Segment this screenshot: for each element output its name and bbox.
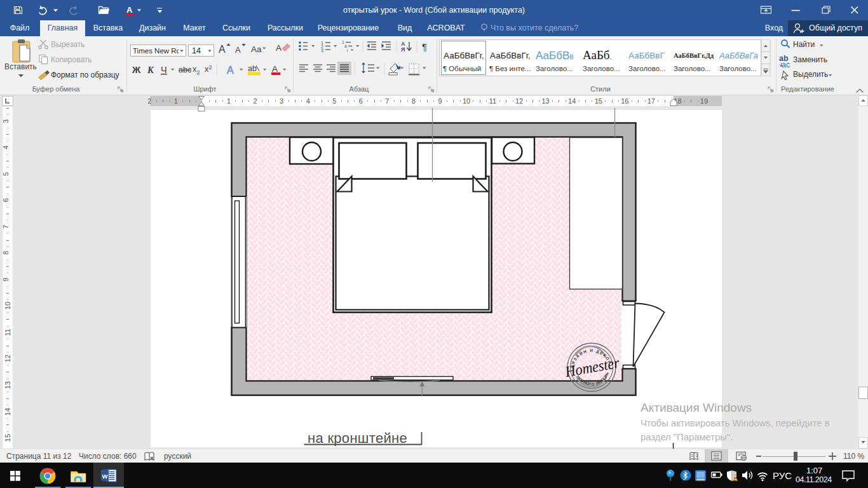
svg-text:¶ Обычный: ¶ Обычный: [443, 65, 481, 72]
svg-text:А: А: [401, 41, 405, 47]
svg-text:A: A: [126, 5, 133, 15]
svg-text:Заголово...: Заголово...: [628, 65, 666, 72]
svg-text:А: А: [227, 65, 234, 76]
svg-text:АаБбВв: АаБбВв: [536, 50, 574, 62]
svg-text:A: A: [276, 43, 281, 53]
svg-text:АаБб.: АаБб.: [583, 48, 611, 62]
svg-text:¶ Без инте...: ¶ Без инте...: [489, 65, 531, 72]
svg-text:A: A: [219, 44, 226, 55]
svg-text:abс: abс: [179, 65, 191, 74]
svg-text:2: 2: [209, 64, 212, 71]
svg-text:А: А: [272, 64, 278, 74]
svg-text:3: 3: [321, 48, 323, 53]
svg-text:¶: ¶: [422, 41, 427, 52]
svg-text:АаБбВвГ: АаБбВвГ: [628, 51, 665, 60]
svg-text:Ч: Ч: [161, 65, 167, 75]
svg-text:АаБбВвГг,: АаБбВвГг,: [490, 51, 531, 60]
svg-text:Заголово...: Заголово...: [674, 65, 711, 72]
svg-text:Заголово...: Заголово...: [719, 65, 757, 72]
svg-text:W: W: [102, 473, 108, 480]
svg-text:АаБбВвГа: АаБбВвГа: [719, 51, 758, 60]
svg-text:2: 2: [197, 69, 200, 76]
svg-text:A: A: [235, 45, 241, 55]
svg-text:i: i: [347, 48, 348, 53]
svg-text:Ж: Ж: [132, 65, 141, 75]
svg-text:Aa: Aa: [251, 44, 262, 54]
svg-text:ab: ab: [248, 64, 257, 73]
svg-text:Заголово...: Заголово...: [583, 65, 620, 72]
svg-text:АаБбВвГг,: АаБбВвГг,: [444, 51, 484, 60]
svg-text:Заголово...: Заголово...: [536, 65, 573, 72]
svg-text:Я: Я: [401, 46, 405, 53]
svg-text:К: К: [147, 65, 154, 75]
svg-text:АаБбВвГг,Дд: АаБбВвГг,Дд: [674, 52, 714, 59]
